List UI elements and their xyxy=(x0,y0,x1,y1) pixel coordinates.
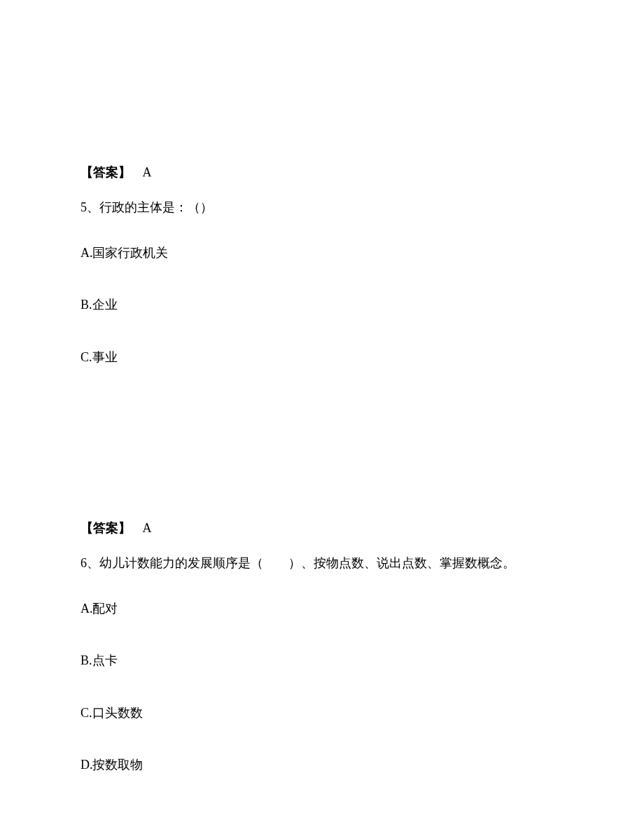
question-5-option-b: B.企业 xyxy=(80,293,644,316)
question-5-option-a: A.国家行政机关 xyxy=(80,242,644,264)
answer-value: A xyxy=(143,521,152,535)
question-6-option-a: A.配对 xyxy=(80,597,644,620)
answer-value: A xyxy=(143,165,152,179)
answer-block-q5: 【答案】 A xyxy=(80,517,644,539)
answer-block-q4: 【答案】 A xyxy=(80,161,644,183)
question-6-option-c: C.口头数数 xyxy=(80,702,644,724)
section-gap xyxy=(80,398,644,517)
question-6-text: 6、幼儿计数能力的发展顺序是（ ）、按物点数、说出点数、掌握数概念。 xyxy=(80,552,644,574)
question-6-option-d: D.按数取物 xyxy=(80,753,644,776)
question-6-option-b: B.点卡 xyxy=(80,649,644,672)
answer-label: 【答案】 xyxy=(80,521,131,535)
answer-label: 【答案】 xyxy=(80,165,131,179)
question-5-text: 5、行政的主体是：（） xyxy=(80,196,644,218)
question-5-option-c: C.事业 xyxy=(80,346,644,368)
